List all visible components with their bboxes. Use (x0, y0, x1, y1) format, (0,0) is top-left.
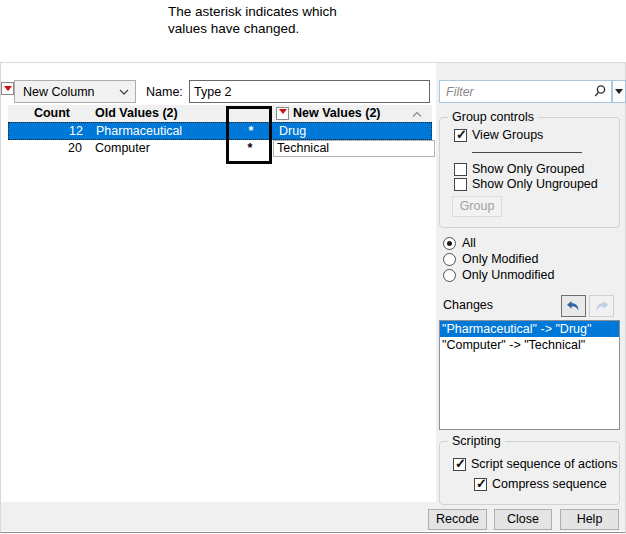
scripting-title: Scripting (448, 434, 505, 449)
undo-button[interactable] (561, 295, 586, 317)
group-controls-divider (472, 152, 582, 153)
row-changed-asterisk: * (229, 123, 273, 140)
red-triangle-icon (4, 86, 12, 91)
row-changed-asterisk: * (228, 140, 272, 157)
redo-button[interactable] (589, 295, 614, 317)
change-item[interactable]: "Computer" -> "Technical" (440, 337, 619, 353)
radio-only-unmodified-label: Only Unmodified (462, 268, 554, 282)
changes-label: Changes (443, 298, 493, 312)
row-new-value[interactable]: Drug (275, 123, 433, 140)
new-values-column-header[interactable]: New Values (2) (293, 106, 381, 120)
scripting-groupbox: Scripting (439, 441, 620, 505)
show-only-grouped-label: Show Only Grouped (472, 162, 585, 176)
row-count: 12 (17, 123, 83, 140)
show-only-ungrouped-checkbox[interactable] (454, 178, 467, 191)
column-action-value: New Column (15, 85, 119, 99)
filter-field (439, 80, 612, 103)
table-row[interactable]: 20 Computer * Technical (8, 140, 432, 158)
old-values-column-header[interactable]: Old Values (2) (95, 106, 178, 120)
undo-icon (566, 300, 581, 313)
sort-ascending-icon[interactable] (412, 107, 422, 121)
annotation-text: The asterisk indicates which values have… (168, 3, 408, 37)
radio-only-modified[interactable] (443, 253, 456, 266)
compress-sequence-label: Compress sequence (492, 477, 607, 491)
radio-only-unmodified[interactable] (443, 269, 456, 282)
group-controls-title: Group controls (448, 110, 538, 125)
show-only-grouped-checkbox[interactable] (454, 163, 467, 176)
close-button[interactable]: Close (494, 509, 552, 530)
filter-options-dropdown[interactable] (612, 80, 626, 103)
search-icon (593, 84, 607, 98)
script-sequence-checkbox[interactable] (453, 458, 466, 471)
column-action-dropdown[interactable]: New Column (14, 80, 136, 103)
new-values-menu-button[interactable] (276, 107, 289, 120)
show-only-ungrouped-label: Show Only Ungrouped (472, 177, 598, 191)
table-row[interactable]: 12 Pharmaceutical * Drug (8, 122, 432, 140)
help-button[interactable]: Help (560, 509, 619, 530)
row-new-value-editbox[interactable]: Technical (273, 140, 435, 157)
annotation-line-2: values have changed. (168, 20, 408, 37)
name-input[interactable] (189, 80, 430, 103)
row-old-value: Computer (95, 140, 150, 157)
changes-list[interactable]: "Pharmaceutical" -> "Drug" "Computer" ->… (439, 320, 620, 430)
view-groups-checkbox[interactable] (454, 129, 467, 142)
script-sequence-label: Script sequence of actions (471, 457, 618, 471)
chevron-down-icon (615, 89, 623, 94)
group-button[interactable]: Group (452, 196, 502, 217)
view-groups-label: View Groups (472, 128, 543, 142)
filter-input[interactable] (439, 80, 612, 103)
chevron-down-icon (119, 89, 129, 95)
row-count: 20 (16, 140, 82, 157)
radio-only-modified-label: Only Modified (462, 252, 538, 266)
compress-sequence-checkbox[interactable] (474, 478, 487, 491)
red-triangle-menu-button[interactable] (1, 82, 14, 95)
annotation-line-1: The asterisk indicates which (168, 3, 408, 20)
table-header: Count Old Values (2) New Values (2) (8, 105, 432, 122)
count-column-header[interactable]: Count (8, 106, 70, 120)
redo-icon (594, 300, 609, 313)
red-triangle-icon (279, 109, 287, 114)
name-label: Name: (146, 85, 183, 99)
row-old-value: Pharmaceutical (96, 123, 182, 140)
radio-all[interactable] (443, 237, 456, 250)
recode-button[interactable]: Recode (428, 509, 487, 530)
radio-all-label: All (462, 236, 476, 250)
change-item[interactable]: "Pharmaceutical" -> "Drug" (440, 321, 619, 337)
